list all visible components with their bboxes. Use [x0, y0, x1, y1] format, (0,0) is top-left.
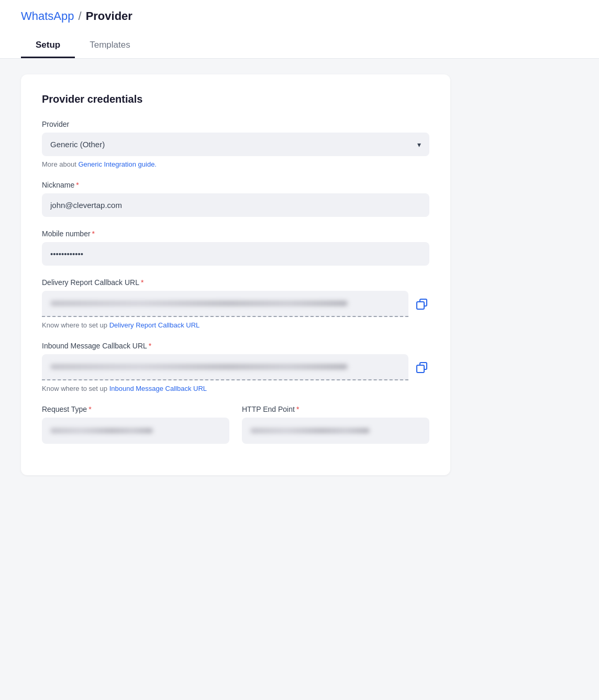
inbound-callback-field-wrapper	[42, 354, 429, 380]
provider-select[interactable]: Generic (Other) Twilio MessageBird Vonag…	[42, 133, 429, 156]
http-endpoint-label: HTTP End Point *	[242, 405, 429, 413]
inbound-callback-blurred	[42, 354, 408, 380]
nickname-required-star: *	[76, 181, 79, 189]
nickname-input[interactable]	[42, 193, 429, 217]
http-endpoint-input[interactable]	[242, 418, 429, 444]
request-type-input[interactable]	[42, 418, 229, 444]
provider-field-group: Provider Generic (Other) Twilio MessageB…	[42, 120, 429, 168]
http-endpoint-required-star: *	[296, 405, 299, 413]
inbound-callback-guide-link[interactable]: Inbound Message Callback URL	[109, 385, 207, 392]
svg-rect-0	[417, 302, 424, 309]
delivery-callback-required-star: *	[141, 278, 143, 287]
copy-svg-icon	[415, 297, 429, 311]
breadcrumb: WhatsApp / Provider	[21, 9, 578, 23]
breadcrumb-separator: /	[79, 9, 82, 23]
provider-credentials-card: Provider credentials Provider Generic (O…	[21, 74, 450, 475]
tab-setup[interactable]: Setup	[21, 34, 75, 58]
request-type-label: Request Type *	[42, 405, 229, 413]
mobile-required-star: *	[92, 229, 95, 238]
request-type-field-group: Request Type *	[42, 405, 229, 444]
delivery-callback-field-group: Delivery Report Callback URL * Know w	[42, 278, 429, 329]
nickname-field-group: Nickname *	[42, 181, 429, 217]
generic-integration-guide-link[interactable]: Generic Integration guide.	[78, 160, 157, 168]
breadcrumb-current: Provider	[86, 9, 132, 23]
copy-svg-icon-2	[415, 360, 429, 375]
inbound-callback-label: Inbound Message Callback URL *	[42, 342, 429, 350]
breadcrumb-whatsapp-link[interactable]: WhatsApp	[21, 9, 74, 23]
delivery-callback-blurred	[42, 291, 408, 317]
inbound-callback-required-star: *	[149, 342, 151, 350]
http-endpoint-blurred-bar	[250, 428, 370, 433]
main-content: Provider credentials Provider Generic (O…	[0, 59, 599, 491]
bottom-two-col: Request Type * HTTP End Point *	[42, 405, 429, 456]
provider-helper-text: More about Generic Integration guide.	[42, 160, 429, 168]
inbound-callback-helper: Know where to set up Inbound Message Cal…	[42, 385, 429, 392]
delivery-callback-label: Delivery Report Callback URL *	[42, 278, 429, 287]
http-endpoint-field-group: HTTP End Point *	[242, 405, 429, 444]
inbound-callback-input-container	[42, 354, 408, 380]
mobile-number-field-group: Mobile number *	[42, 229, 429, 266]
inbound-callback-field-group: Inbound Message Callback URL * Know w	[42, 342, 429, 392]
inbound-callback-copy-icon[interactable]	[415, 360, 429, 375]
delivery-callback-input-container	[42, 291, 408, 317]
provider-label: Provider	[42, 120, 429, 128]
card-title: Provider credentials	[42, 93, 429, 105]
tab-templates[interactable]: Templates	[75, 34, 145, 58]
delivery-callback-blurred-bar	[50, 301, 348, 306]
delivery-callback-helper: Know where to set up Delivery Report Cal…	[42, 321, 429, 329]
provider-select-wrapper: Generic (Other) Twilio MessageBird Vonag…	[42, 133, 429, 156]
svg-rect-1	[417, 365, 424, 373]
mobile-number-input[interactable]	[42, 242, 429, 266]
delivery-callback-guide-link[interactable]: Delivery Report Callback URL	[109, 321, 200, 329]
request-type-blurred-bar	[50, 428, 153, 433]
delivery-callback-copy-icon[interactable]	[415, 297, 429, 311]
nickname-label: Nickname *	[42, 181, 429, 189]
request-type-required-star: *	[88, 405, 91, 413]
inbound-callback-blurred-bar	[50, 364, 348, 369]
delivery-callback-field-wrapper	[42, 291, 429, 317]
top-bar: WhatsApp / Provider Setup Templates	[0, 0, 599, 59]
mobile-number-label: Mobile number *	[42, 229, 429, 238]
tab-bar: Setup Templates	[21, 34, 578, 58]
